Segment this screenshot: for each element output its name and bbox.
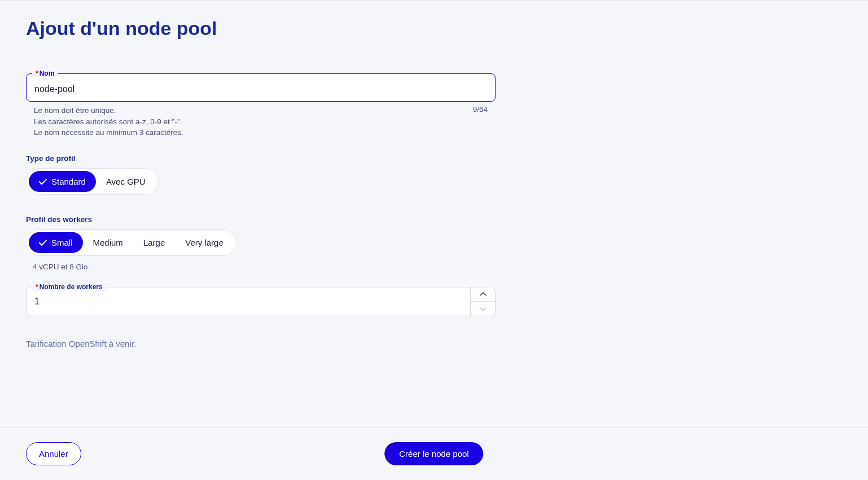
profile-type-group: Standard Avec GPU bbox=[26, 168, 159, 195]
worker-profile-very-large[interactable]: Very large bbox=[175, 232, 234, 253]
name-input[interactable] bbox=[34, 84, 487, 94]
name-field-container: *Nom bbox=[26, 73, 496, 102]
worker-profile-group: Small Medium Large Very large bbox=[26, 229, 236, 256]
worker-count-label: *Nombre de workers bbox=[32, 283, 106, 291]
footer-bar: Annuler Créer le node pool bbox=[0, 427, 868, 480]
worker-count-field: *Nombre de workers bbox=[26, 287, 496, 316]
worker-profile-label: Profil des workers bbox=[26, 215, 496, 224]
profile-type-gpu[interactable]: Avec GPU bbox=[96, 171, 156, 192]
worker-profile-small[interactable]: Small bbox=[29, 232, 83, 253]
name-helper-text: Le nom doit être unique. Les caractères … bbox=[34, 105, 183, 138]
chevron-up-icon bbox=[480, 290, 486, 298]
create-button[interactable]: Créer le node pool bbox=[384, 442, 483, 465]
profile-type-standard[interactable]: Standard bbox=[29, 171, 96, 192]
chevron-down-icon bbox=[480, 304, 486, 313]
worker-count-decrement[interactable] bbox=[471, 302, 495, 316]
name-label: *Nom bbox=[32, 69, 58, 77]
worker-count-increment[interactable] bbox=[471, 287, 495, 302]
check-icon bbox=[39, 238, 47, 247]
check-icon bbox=[39, 177, 47, 186]
worker-count-input[interactable] bbox=[27, 287, 470, 316]
worker-profile-medium[interactable]: Medium bbox=[83, 232, 133, 253]
worker-profile-helper: 4 vCPU et 8 Gio bbox=[26, 263, 496, 271]
worker-profile-large[interactable]: Large bbox=[133, 232, 175, 253]
name-char-counter: 9/64 bbox=[473, 105, 488, 138]
pricing-note: Tarification OpenShift à venir. bbox=[26, 339, 496, 348]
profile-type-label: Type de profil bbox=[26, 154, 496, 163]
page-title: Ajout d'un node pool bbox=[26, 18, 842, 40]
cancel-button[interactable]: Annuler bbox=[26, 442, 81, 465]
